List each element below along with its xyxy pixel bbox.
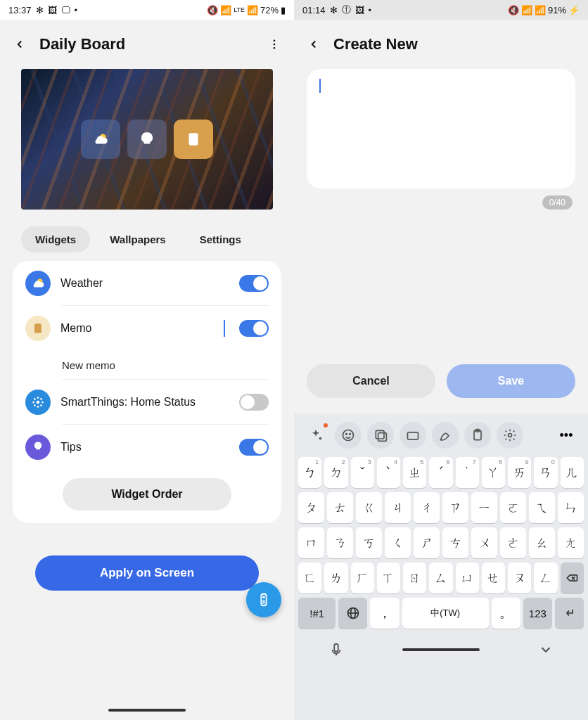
- key-char[interactable]: ㄛ: [500, 492, 526, 523]
- more-tools-icon[interactable]: •••: [553, 422, 580, 449]
- key-char[interactable]: ㄖ: [403, 562, 426, 593]
- key-char[interactable]: ㄟ: [529, 492, 555, 523]
- key-char[interactable]: ㄠ: [529, 527, 555, 558]
- memo-icon: [25, 316, 51, 341]
- more-menu-button[interactable]: [266, 36, 283, 53]
- back-button[interactable]: [305, 36, 322, 53]
- key-char[interactable]: ㄅ1: [298, 457, 321, 488]
- key-char[interactable]: ㄨ: [471, 527, 497, 558]
- tab-wallpapers[interactable]: Wallpapers: [96, 226, 179, 252]
- key-period[interactable]: 。: [492, 598, 520, 629]
- key-space[interactable]: 中(TW): [402, 598, 489, 629]
- svg-rect-6: [34, 323, 41, 333]
- settings-tool-icon[interactable]: [497, 422, 523, 449]
- toggle-memo[interactable]: [239, 320, 269, 337]
- key-char[interactable]: ㄝ: [482, 562, 505, 593]
- key-language[interactable]: [338, 598, 367, 629]
- key-char[interactable]: ㄞ9: [508, 457, 531, 488]
- svg-point-9: [37, 406, 39, 408]
- key-char[interactable]: ㄦ: [561, 457, 584, 488]
- key-char[interactable]: ㄢ0: [534, 457, 557, 488]
- weather-icon: [25, 271, 51, 296]
- key-char[interactable]: ˙7: [456, 457, 479, 488]
- save-button[interactable]: Save: [447, 364, 575, 398]
- ai-tool-icon[interactable]: [302, 422, 329, 449]
- nav-pill[interactable]: [108, 709, 186, 712]
- handwrite-tool-icon[interactable]: [432, 422, 459, 449]
- toggle-weather[interactable]: [239, 275, 269, 292]
- toggle-tips[interactable]: [239, 439, 269, 456]
- tab-widgets[interactable]: Widgets: [21, 226, 90, 252]
- widget-row-smartthings[interactable]: SmartThings: Home Status: [13, 380, 281, 425]
- key-char[interactable]: ㄕ: [414, 527, 440, 558]
- key-char[interactable]: ㄋ: [327, 527, 353, 558]
- memo-input[interactable]: [307, 69, 575, 188]
- key-char[interactable]: ㄉ2: [324, 457, 347, 488]
- key-char[interactable]: ㄈ: [298, 562, 321, 593]
- back-button[interactable]: [11, 36, 28, 53]
- status-icon: 🖵: [61, 5, 70, 15]
- keyboard-row: ㄇㄋㄎㄑㄕㄘㄨㄜㄠㄤ: [298, 527, 584, 558]
- key-char[interactable]: ㄥ: [534, 562, 557, 593]
- widget-row-memo[interactable]: Memo: [13, 306, 281, 351]
- sticker-tool-icon[interactable]: [367, 422, 394, 449]
- key-comma[interactable]: ，: [370, 598, 399, 629]
- key-char[interactable]: ˇ3: [351, 457, 374, 488]
- key-char[interactable]: ㄇ: [298, 527, 324, 558]
- svg-point-12: [34, 398, 36, 400]
- collapse-keyboard-icon[interactable]: [536, 640, 556, 660]
- key-char[interactable]: ㄑ: [385, 527, 411, 558]
- key-char[interactable]: ㄏ: [351, 562, 374, 593]
- mute-icon: 🔇: [508, 5, 519, 15]
- key-char[interactable]: ㄍ: [356, 492, 382, 523]
- key-char[interactable]: ㄤ: [558, 527, 584, 558]
- key-char[interactable]: ㄚ8: [482, 457, 505, 488]
- cancel-button[interactable]: Cancel: [307, 364, 435, 398]
- facebook-icon: ⓕ: [342, 4, 351, 16]
- apply-button[interactable]: Apply on Screen: [35, 555, 259, 591]
- memo-sub-new[interactable]: New memo: [13, 351, 281, 380]
- widget-row-tips[interactable]: Tips: [13, 425, 281, 470]
- widget-order-button[interactable]: Widget Order: [63, 478, 231, 510]
- header: Daily Board: [0, 20, 294, 69]
- status-icon: ✻: [36, 5, 44, 15]
- remote-fab[interactable]: [246, 582, 281, 617]
- text-cursor: [319, 79, 321, 93]
- key-numeric[interactable]: 123: [523, 598, 552, 629]
- key-char[interactable]: ㄘ: [442, 527, 468, 558]
- key-char[interactable]: ㄗ: [442, 492, 468, 523]
- mic-icon[interactable]: [326, 640, 346, 660]
- key-char[interactable]: ㄐ: [385, 492, 411, 523]
- key-char[interactable]: ㄎ: [356, 527, 382, 558]
- keyboard-mode-icon[interactable]: [400, 422, 426, 449]
- key-char[interactable]: ㄒ: [377, 562, 400, 593]
- nav-pill[interactable]: [402, 648, 480, 651]
- key-char[interactable]: ˋ4: [377, 457, 400, 488]
- key-backspace[interactable]: [561, 562, 584, 593]
- key-char[interactable]: ㄆ: [298, 492, 324, 523]
- tab-settings[interactable]: Settings: [186, 226, 255, 252]
- key-char[interactable]: ㄓ5: [403, 457, 426, 488]
- button-row: Cancel Save: [294, 364, 588, 398]
- key-char[interactable]: ㄙ: [429, 562, 452, 593]
- widget-row-weather[interactable]: Weather: [13, 261, 281, 306]
- svg-rect-4: [189, 133, 198, 145]
- key-symbols[interactable]: !#1: [298, 598, 335, 629]
- clipboard-tool-icon[interactable]: [464, 422, 491, 449]
- key-char[interactable]: ㄧ: [471, 492, 497, 523]
- emoji-tool-icon[interactable]: [335, 422, 362, 449]
- key-char[interactable]: ㄩ: [456, 562, 479, 593]
- toggle-smartthings[interactable]: [239, 394, 269, 411]
- widget-label: Tips: [60, 441, 229, 454]
- smartthings-icon: [25, 390, 51, 415]
- key-char[interactable]: ㄊ: [327, 492, 353, 523]
- key-char[interactable]: ㄣ: [558, 492, 584, 523]
- key-enter[interactable]: [555, 598, 584, 629]
- key-char[interactable]: ㄌ: [324, 562, 347, 593]
- key-char[interactable]: ㄔ: [414, 492, 440, 523]
- nav-bar: [0, 700, 294, 720]
- svg-point-21: [343, 430, 354, 441]
- key-char[interactable]: ˊ6: [429, 457, 452, 488]
- key-char[interactable]: ㄜ: [500, 527, 526, 558]
- key-char[interactable]: ㄡ: [508, 562, 531, 593]
